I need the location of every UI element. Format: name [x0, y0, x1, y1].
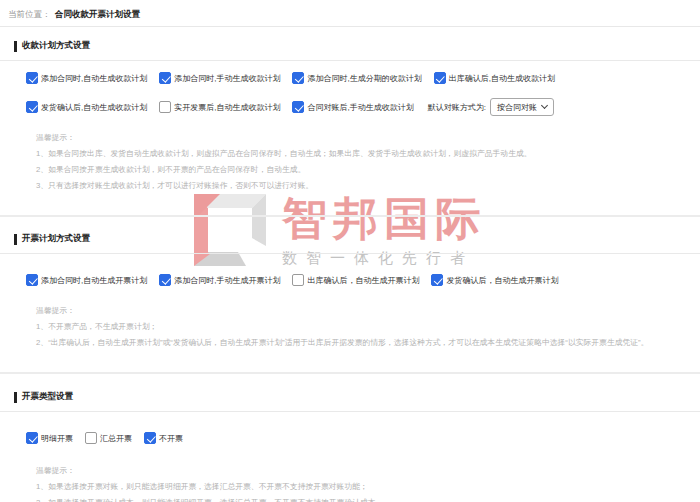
section-title: 开票类型设置: [22, 391, 73, 403]
checkbox-item[interactable]: 明细开票: [26, 432, 73, 444]
chevron-down-icon: [541, 102, 548, 109]
breadcrumb-prefix: 当前位置：: [8, 9, 51, 19]
checkbox-row: 添加合同时,自动生成开票计划添加合同时,手动生成开票计划出库确认后，自动生成开票…: [26, 274, 700, 286]
checkbox-label: 合同对账后,手动生成收款计划: [307, 102, 413, 113]
tips-title: 温馨提示：: [36, 303, 700, 319]
reconcile-mode-select[interactable]: 按合同对账: [490, 98, 554, 116]
checkbox-checked[interactable]: [292, 101, 304, 113]
checkbox-label: 添加合同时,手动生成开票计划: [174, 275, 280, 286]
page-title: 合同收款开票计划设置: [55, 9, 140, 19]
tips-title: 温馨提示：: [36, 463, 700, 479]
divider: [0, 60, 700, 61]
checkbox-item[interactable]: 合同对账后,手动生成收款计划: [292, 101, 413, 113]
checkbox-label: 添加合同时,生成分期的收款计划: [307, 73, 421, 84]
tip-line: 1、如果选择按开票对账，则只能选择明细开票，选择汇总开票、不开票不支持按开票对账…: [36, 479, 700, 495]
tip-line: 1、如果合同按出库、发货自动生成收款计划，则虚拟产品在合同保存时，自动生成；如果…: [36, 146, 700, 162]
checkbox-item[interactable]: 不开票: [144, 432, 183, 444]
checkbox-checked[interactable]: [292, 72, 304, 84]
checkbox-item[interactable]: 添加合同时,自动生成收款计划: [26, 72, 147, 84]
tip-line: 2、“出库确认后，自动生成开票计划”或“发货确认后，自动生成开票计划”适用于出库…: [36, 335, 700, 351]
section-title-bar: [14, 392, 17, 403]
checkbox-label: 发货确认后,自动生成收款计划: [41, 102, 147, 113]
section-title-bar: [14, 234, 17, 245]
tip-line: 2、如果选择按开票确认成本，则只能选择明细开票，选择汇总开票、不开票不支持按开票…: [36, 495, 700, 502]
checkbox-checked[interactable]: [26, 72, 38, 84]
default-reconcile-mode-label: 默认对账方式为:: [428, 102, 486, 113]
section-title: 收款计划方式设置: [22, 40, 90, 52]
checkbox-unchecked[interactable]: [85, 432, 97, 444]
section-title: 开票计划方式设置: [22, 233, 90, 245]
checkbox-row: 明细开票汇总开票不开票: [26, 432, 700, 444]
checkbox-item[interactable]: 添加合同时,手动生成收款计划: [159, 72, 280, 84]
divider: [0, 411, 700, 412]
checkbox-item[interactable]: 出库确认后，自动生成开票计划: [292, 274, 419, 286]
tips-title: 温馨提示：: [36, 130, 700, 146]
select-value: 按合同对账: [497, 102, 537, 113]
settings-page: 智邦国际 数智一体化先行者 当前位置： 合同收款开票计划设置 收款计划方式设置添…: [0, 0, 700, 502]
tip-line: 2、如果合同按开票生成收款计划，则不开票的产品在合同保存时，自动生成。: [36, 162, 700, 178]
tips-block-receipt-plan: 温馨提示：1、如果合同按出库、发货自动生成收款计划，则虚拟产品在合同保存时，自动…: [36, 130, 700, 194]
sections-container: 收款计划方式设置添加合同时,自动生成收款计划添加合同时,手动生成收款计划添加合同…: [0, 40, 700, 502]
section-title-bar: [14, 41, 17, 52]
section-receipt-plan: 收款计划方式设置添加合同时,自动生成收款计划添加合同时,手动生成收款计划添加合同…: [0, 40, 700, 194]
checkbox-unchecked[interactable]: [292, 274, 304, 286]
checkbox-label: 添加合同时,自动生成收款计划: [41, 73, 147, 84]
checkbox-item[interactable]: 汇总开票: [85, 432, 132, 444]
checkbox-checked[interactable]: [159, 274, 171, 286]
section-invoice-type: 开票类型设置明细开票汇总开票不开票温馨提示：1、如果选择按开票对账，则只能选择明…: [0, 391, 700, 502]
checkbox-checked[interactable]: [434, 72, 446, 84]
checkbox-checked[interactable]: [144, 432, 156, 444]
checkbox-item[interactable]: 添加合同时,手动生成开票计划: [159, 274, 280, 286]
checkbox-label: 出库确认后,自动生成收款计划: [449, 73, 555, 84]
checkbox-label: 明细开票: [41, 433, 73, 444]
checkbox-row: 添加合同时,自动生成收款计划添加合同时,手动生成收款计划添加合同时,生成分期的收…: [26, 72, 700, 84]
checkbox-checked[interactable]: [159, 72, 171, 84]
tip-line: 3、只有选择按对账生成收款计划，才可以进行对账操作，否则不可以进行对账。: [36, 178, 700, 194]
checkbox-item[interactable]: 发货确认后,自动生成收款计划: [26, 101, 147, 113]
section-separator: [0, 372, 700, 374]
checkbox-label: 实开发票后,自动生成收款计划: [174, 102, 280, 113]
checkbox-checked[interactable]: [26, 274, 38, 286]
tips-block-invoice-plan: 温馨提示：1、不开票产品，不生成开票计划；2、“出库确认后，自动生成开票计划”或…: [36, 303, 700, 351]
checkbox-item[interactable]: 发货确认后，自动生成开票计划: [431, 274, 558, 286]
checkbox-label: 添加合同时,手动生成收款计划: [174, 73, 280, 84]
checkbox-label: 添加合同时,自动生成开票计划: [41, 275, 147, 286]
checkbox-item[interactable]: 出库确认后,自动生成收款计划: [434, 72, 555, 84]
checkbox-label: 不开票: [159, 433, 183, 444]
checkbox-item[interactable]: 添加合同时,自动生成开票计划: [26, 274, 147, 286]
checkbox-label: 出库确认后，自动生成开票计划: [307, 275, 419, 286]
section-separator: [0, 215, 700, 217]
checkbox-checked[interactable]: [431, 274, 443, 286]
section-header-receipt-plan: 收款计划方式设置: [14, 40, 700, 52]
checkbox-unchecked[interactable]: [159, 101, 171, 113]
checkbox-row: 发货确认后,自动生成收款计划实开发票后,自动生成收款计划合同对账后,手动生成收款…: [26, 98, 700, 116]
checkbox-checked[interactable]: [26, 101, 38, 113]
checkbox-label: 发货确认后，自动生成开票计划: [446, 275, 558, 286]
checkbox-label: 汇总开票: [100, 433, 132, 444]
section-header-invoice-plan: 开票计划方式设置: [14, 233, 700, 245]
section-invoice-plan: 开票计划方式设置添加合同时,自动生成开票计划添加合同时,手动生成开票计划出库确认…: [0, 233, 700, 351]
checkbox-checked[interactable]: [26, 432, 38, 444]
tips-block-invoice-type: 温馨提示：1、如果选择按开票对账，则只能选择明细开票，选择汇总开票、不开票不支持…: [36, 463, 700, 502]
tip-line: 1、不开票产品，不生成开票计划；: [36, 319, 700, 335]
divider: [0, 253, 700, 254]
breadcrumb: 当前位置： 合同收款开票计划设置: [0, 0, 700, 27]
checkbox-item[interactable]: 实开发票后,自动生成收款计划: [159, 101, 280, 113]
section-header-invoice-type: 开票类型设置: [14, 391, 700, 403]
checkbox-item[interactable]: 添加合同时,生成分期的收款计划: [292, 72, 421, 84]
